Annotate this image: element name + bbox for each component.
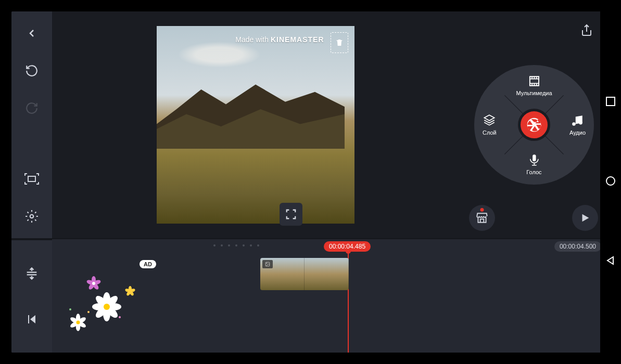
fullscreen-icon [285, 209, 297, 220]
svg-point-29 [77, 321, 80, 324]
watermark: Made with KINEMASTER [235, 35, 324, 44]
notification-dot [480, 208, 484, 212]
capture-icon [24, 173, 40, 185]
play-icon [579, 212, 591, 224]
skip-start-button[interactable] [19, 307, 44, 332]
layer-icon [483, 114, 496, 127]
wheel-media-button[interactable]: Мультимедиа [516, 74, 552, 96]
settings-button[interactable] [19, 204, 44, 229]
left-toolbar [11, 11, 52, 238]
svg-marker-8 [582, 214, 589, 222]
share-icon [580, 24, 593, 36]
timeline-ticks [213, 244, 259, 246]
video-preview[interactable]: Made with KINEMASTER [157, 26, 354, 224]
media-wheel: Мультимедиа Слой Аудио Голос [474, 65, 594, 185]
wheel-layer-button[interactable]: Слой [483, 114, 497, 136]
nav-recents[interactable] [606, 97, 615, 108]
skip-start-icon [26, 313, 38, 326]
wheel-voice-button[interactable]: Голос [526, 153, 541, 175]
track-expand-icon [24, 266, 39, 281]
wheel-audio-label: Аудио [569, 129, 586, 136]
sticker-ad[interactable]: AD [62, 260, 156, 338]
right-panel: Мультимедиа Слой Аудио Голос [459, 11, 610, 238]
redo-icon [25, 101, 39, 115]
svg-point-45 [606, 177, 615, 185]
wheel-media-label: Мультимедиа [516, 90, 552, 96]
svg-point-22 [104, 304, 110, 310]
svg-point-6 [579, 121, 583, 125]
svg-point-5 [573, 122, 576, 126]
svg-rect-7 [533, 154, 536, 161]
timeline: 00:00:04.485 00:00:04.500 AD [11, 238, 610, 353]
svg-point-43 [69, 308, 71, 310]
svg-point-41 [87, 311, 90, 313]
music-note-icon [571, 114, 584, 127]
svg-rect-0 [28, 176, 35, 181]
duration-badge: 00:00:04.500 [554, 241, 601, 252]
undo-button[interactable] [19, 58, 44, 83]
svg-point-12 [267, 263, 267, 264]
wheel-audio-button[interactable]: Аудио [569, 114, 586, 136]
svg-rect-44 [606, 97, 615, 106]
play-button[interactable] [572, 205, 598, 231]
capture-button[interactable] [19, 166, 44, 191]
svg-marker-9 [30, 315, 35, 323]
store-button[interactable] [469, 205, 495, 231]
nav-home[interactable] [606, 176, 615, 188]
wheel-shutter-button[interactable] [518, 109, 550, 141]
device-nav-bar [600, 0, 621, 364]
watermark-prefix: Made with [235, 35, 269, 44]
image-icon [262, 260, 273, 268]
nav-back[interactable] [606, 256, 615, 267]
watermark-brand: KINEMASTER [271, 35, 324, 44]
svg-rect-10 [28, 315, 29, 323]
video-clip[interactable] [260, 258, 349, 290]
timeline-track-area[interactable]: 00:00:04.485 00:00:04.500 AD [52, 239, 610, 353]
back-icon [26, 27, 38, 40]
fullscreen-button[interactable] [280, 203, 302, 226]
microphone-icon [527, 153, 541, 167]
undo-icon [25, 64, 39, 77]
svg-point-1 [30, 215, 34, 218]
share-button[interactable] [575, 19, 598, 42]
svg-point-35 [92, 282, 95, 285]
redo-button[interactable] [19, 96, 44, 121]
trash-icon [335, 38, 344, 47]
track-expand-button[interactable] [19, 261, 44, 286]
settings-icon [25, 210, 39, 223]
delete-button[interactable] [331, 32, 348, 53]
wheel-layer-label: Слой [483, 129, 497, 136]
ad-badge: AD [140, 260, 156, 268]
shutter-icon [526, 116, 542, 133]
media-icon [527, 74, 541, 88]
back-button[interactable] [19, 21, 44, 46]
svg-marker-46 [607, 257, 613, 264]
svg-point-42 [119, 316, 121, 318]
preview-area: Made with KINEMASTER [52, 11, 459, 238]
timeline-toolbar [11, 239, 52, 353]
store-icon [475, 211, 489, 225]
wheel-voice-label: Голос [526, 169, 541, 175]
flower-stickers [62, 260, 156, 338]
